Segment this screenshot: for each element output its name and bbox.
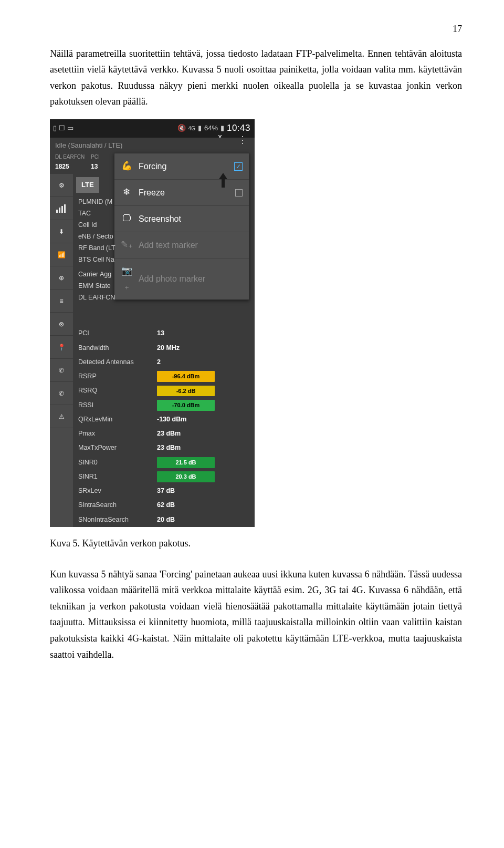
row-key: SNonIntraSearch <box>78 514 157 525</box>
row-label: BTS Cell Na <box>78 254 116 265</box>
notification-icon: ☐ <box>59 122 65 134</box>
row-label: EMM State <box>78 280 116 292</box>
content-panel: LTE 💪 Forcing ✓ ❄ Freeze 🖵 Screenshot <box>73 174 255 527</box>
row-key: RSSI <box>78 400 157 411</box>
row-key: SIntraSearch <box>78 500 157 511</box>
row-key: SRxLev <box>78 485 157 497</box>
row-label: eNB / Secto <box>78 231 116 242</box>
image-icon: ▭ <box>67 122 74 134</box>
table-row: QRxLevMin-130 dBm <box>73 412 255 427</box>
pointer-arrow-icon <box>217 173 229 189</box>
row-key: Detected Antennas <box>78 357 157 368</box>
pci-label: PCI <box>91 152 100 161</box>
table-row: Pmax23 dBm <box>73 427 255 441</box>
table-row: MaxTxPower23 dBm <box>73 441 255 455</box>
paragraph-2: Kun kuvassa 5 nähtyä sanaa 'Forcing' pai… <box>50 566 462 663</box>
chevron-down-icon[interactable]: ˅ <box>212 131 228 148</box>
row-value: 23 dBm <box>157 442 181 453</box>
row-key: MaxTxPower <box>78 442 157 453</box>
row-value: 2 <box>157 357 161 368</box>
camera-add-icon: 📷₊ <box>121 264 132 294</box>
phone-lte-icon[interactable]: ✆ <box>50 382 73 405</box>
gear-icon[interactable]: ⚙ <box>50 174 73 197</box>
checkbox-unchecked-icon[interactable] <box>235 189 243 197</box>
left-sidebar: ⚙ ⬇ 📶 ⊕ ≡ ⊗ 📍 ✆ ✆ ⚠ <box>50 174 73 527</box>
checkbox-checked-icon[interactable]: ✓ <box>234 162 243 171</box>
signal-icon: ▮ <box>198 122 202 134</box>
pci-value: 13 <box>91 161 98 172</box>
row-label: PLMNID (M <box>78 196 116 208</box>
row-key: RSRQ <box>78 385 157 396</box>
table-row: Detected Antennas2 <box>73 355 255 369</box>
notification-icon: ▯ <box>53 122 57 134</box>
menu-label: Screenshot <box>139 212 181 226</box>
menu-label: Forcing <box>139 159 166 173</box>
flex-icon: 💪 <box>121 159 132 174</box>
dl-earfcn-label: DL EARFCN <box>55 152 85 161</box>
row-key: Bandwidth <box>78 343 157 354</box>
row-key: SINR0 <box>78 457 157 468</box>
row-key: QRxLevMin <box>78 414 157 425</box>
antenna-icon[interactable]: 📶 <box>50 243 73 266</box>
menu-label: Add photo marker <box>139 272 205 286</box>
phone-icon[interactable]: ✆ <box>50 359 73 382</box>
svg-rect-1 <box>59 208 60 213</box>
table-row: SINR120.3 dB <box>73 470 255 484</box>
table-row: SINR021.5 dB <box>73 456 255 470</box>
web-icon[interactable]: ⊗ <box>50 313 73 336</box>
row-label: Cell Id <box>78 219 116 231</box>
menu-label: Add text marker <box>139 238 198 252</box>
dl-earfcn-value: 1825 <box>55 161 69 172</box>
table-row: SIntraSearch62 dB <box>73 498 255 512</box>
row-value: 20 MHz <box>157 343 180 354</box>
download-icon[interactable]: ⬇ <box>50 220 73 243</box>
menu-item-add-photo[interactable]: 📷₊ Add photo marker <box>114 258 249 299</box>
table-row: RSRQ-6.2 dB <box>73 384 255 398</box>
row-value: -130 dBm <box>157 414 186 425</box>
row-value: 23 dBm <box>157 428 181 439</box>
value-bar: 21.5 dB <box>157 457 215 468</box>
globe-icon[interactable]: ⊕ <box>50 266 73 289</box>
mute-icon: 🔇 <box>177 122 186 134</box>
paragraph-1: Näillä parametreilla suoritettiin tehtäv… <box>50 46 462 110</box>
value-bar: -70.0 dBm <box>157 400 215 411</box>
row-key: SINR1 <box>78 471 157 482</box>
table-row: RSRP-96.4 dBm <box>73 369 255 384</box>
row-value: 13 <box>157 328 164 339</box>
lte-pill[interactable]: LTE <box>76 177 99 193</box>
list-icon[interactable]: ≡ <box>50 289 73 313</box>
table-row: PCI13 <box>73 326 255 340</box>
row-value: 62 dB <box>157 500 175 511</box>
menu-item-add-text[interactable]: ✎₊ Add text marker <box>114 232 249 258</box>
table-row: Bandwidth20 MHz <box>73 341 255 355</box>
row-key: PCI <box>78 328 157 339</box>
page-number: 17 <box>50 21 462 37</box>
network-label: 4G <box>188 124 195 133</box>
svg-rect-2 <box>61 206 63 213</box>
svg-rect-3 <box>64 204 66 213</box>
row-key: RSRP <box>78 371 157 382</box>
menu-item-screenshot[interactable]: 🖵 Screenshot <box>114 206 249 232</box>
row-value: 37 dB <box>157 485 175 497</box>
svg-rect-0 <box>56 210 58 213</box>
figure-caption-5: Kuva 5. Käytettävän verkon pakotus. <box>50 535 462 552</box>
value-bar: -6.2 dB <box>157 386 215 397</box>
snowflake-icon: ❄ <box>121 185 132 200</box>
pencil-add-icon: ✎₊ <box>121 237 132 253</box>
table-row: RSSI-70.0 dBm <box>73 398 255 412</box>
row-value: 20 dB <box>157 514 175 525</box>
row-label: TAC <box>78 208 116 219</box>
table-row: SRxLev37 dB <box>73 484 255 498</box>
row-label: DL EARFCN <box>78 292 116 303</box>
row-label: Carrier Agg <box>78 268 116 280</box>
menu-label: Freeze <box>139 185 165 200</box>
kebab-menu-icon[interactable]: ⋮ <box>238 131 247 148</box>
alert-icon[interactable]: ⚠ <box>50 405 73 428</box>
pin-icon[interactable]: 📍 <box>50 336 73 359</box>
screenshot-kuva-5: ▯ ☐ ▭ 🔇 4G ▮ 64% ▮ 10:43 Idle (Saunalaht… <box>50 119 255 527</box>
signal-bars-icon[interactable] <box>50 197 73 220</box>
monitor-icon: 🖵 <box>121 211 132 226</box>
table-row: SNonIntraSearch20 dB <box>73 513 255 527</box>
value-bar: 20.3 dB <box>157 471 215 482</box>
value-bar: -96.4 dBm <box>157 371 215 382</box>
